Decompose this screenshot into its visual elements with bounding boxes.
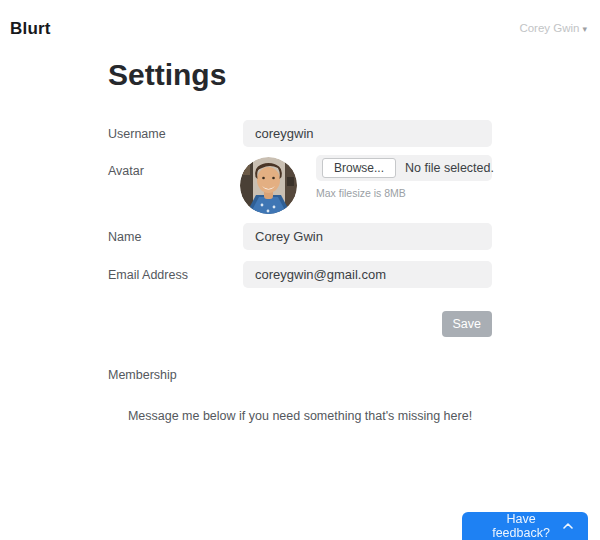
caret-down-icon: ▾ bbox=[582, 24, 587, 34]
save-button[interactable]: Save bbox=[442, 311, 493, 337]
page-title: Settings bbox=[108, 58, 492, 92]
feedback-button[interactable]: Have feedback? bbox=[462, 512, 588, 540]
username-input[interactable] bbox=[243, 120, 492, 147]
avatar bbox=[240, 157, 297, 214]
avatar-row: Avatar bbox=[108, 155, 492, 214]
browse-button[interactable]: Browse... bbox=[322, 158, 396, 178]
email-input[interactable] bbox=[243, 261, 492, 288]
user-menu[interactable]: Corey Gwin▾ bbox=[519, 19, 587, 34]
settings-panel: Settings Username Avatar bbox=[108, 58, 492, 423]
username-label: Username bbox=[108, 127, 243, 141]
save-row: Save bbox=[108, 311, 492, 337]
brand-logo: Blurt bbox=[10, 19, 51, 39]
feedback-button-label: Have feedback? bbox=[479, 512, 563, 540]
avatar-file-input[interactable]: Browse... No file selected. bbox=[316, 155, 492, 181]
email-row: Email Address bbox=[108, 261, 492, 288]
filesize-helper-text: Max filesize is 8MB bbox=[316, 187, 492, 199]
name-row: Name bbox=[108, 223, 492, 250]
name-label: Name bbox=[108, 230, 243, 244]
user-menu-name: Corey Gwin bbox=[519, 22, 579, 34]
membership-message: Message me below if you need something t… bbox=[108, 409, 492, 423]
membership-label: Membership bbox=[108, 368, 492, 382]
name-input[interactable] bbox=[243, 223, 492, 250]
avatar-photo-illustration bbox=[240, 157, 297, 214]
settings-form: Username Avatar bbox=[108, 120, 492, 337]
file-status-text: No file selected. bbox=[405, 161, 494, 175]
email-label: Email Address bbox=[108, 268, 243, 282]
avatar-label: Avatar bbox=[108, 155, 243, 178]
chevron-up-icon bbox=[563, 523, 573, 529]
username-row: Username bbox=[108, 120, 492, 147]
top-bar: Blurt Corey Gwin▾ bbox=[0, 0, 600, 39]
